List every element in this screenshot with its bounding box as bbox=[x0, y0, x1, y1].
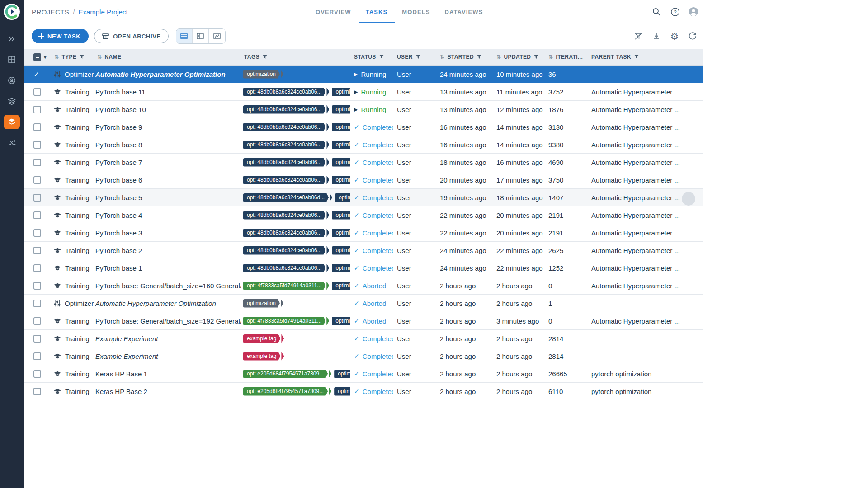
tag[interactable]: opt: e205d684f7954571a7309... bbox=[243, 387, 331, 396]
help-icon[interactable]: ? bbox=[670, 7, 680, 17]
tag[interactable]: opt: 4f7833ca5fd74914a0311... bbox=[243, 317, 329, 325]
breadcrumb-projects[interactable]: PROJECTS bbox=[32, 8, 69, 16]
breadcrumb-current-project[interactable]: Example Project bbox=[78, 8, 127, 16]
task-name-cell[interactable]: PyTorch base: General/batch_size=192 Gen… bbox=[94, 312, 241, 329]
filter-funnel-icon[interactable] bbox=[79, 54, 85, 60]
row-checkbox[interactable] bbox=[33, 229, 41, 237]
row-checkbox[interactable] bbox=[33, 106, 41, 113]
filter-funnel-icon[interactable] bbox=[379, 54, 384, 60]
new-task-button[interactable]: NEW TASK bbox=[32, 29, 89, 43]
select-dropdown-caret[interactable]: ▾ bbox=[44, 54, 47, 60]
table-row[interactable]: TrainingPyTorch base 5opt: 48db0b8a6c824… bbox=[24, 189, 703, 206]
task-name-cell[interactable]: PyTorch base: General/batch_size=160 Gen… bbox=[94, 277, 241, 294]
task-name-cell[interactable]: PyTorch base 10 bbox=[94, 101, 241, 118]
tag[interactable]: optimi... bbox=[334, 387, 350, 396]
tab-overview[interactable]: OVERVIEW bbox=[308, 0, 359, 23]
tag[interactable]: opt: 48db0b8a6c824ce0ab06... bbox=[243, 211, 329, 220]
sort-icon[interactable]: ⇅ bbox=[548, 54, 553, 60]
tab-models[interactable]: MODELS bbox=[395, 0, 437, 23]
row-checkbox[interactable] bbox=[33, 123, 41, 131]
row-checkbox[interactable] bbox=[33, 317, 41, 325]
tag[interactable]: opt: 48db0b8a6c824ce0ab06... bbox=[243, 123, 329, 131]
tag[interactable]: example tag bbox=[243, 352, 284, 361]
open-archive-button[interactable]: OPEN ARCHIVE bbox=[94, 29, 169, 43]
filter-funnel-icon[interactable] bbox=[476, 54, 482, 60]
task-name-cell[interactable]: PyTorch base 1 bbox=[94, 259, 241, 277]
table-row[interactable]: TrainingPyTorch base: General/batch_size… bbox=[24, 312, 703, 330]
row-checkbox[interactable] bbox=[33, 194, 41, 202]
table-row[interactable]: TrainingPyTorch base 10opt: 48db0b8a6c82… bbox=[24, 101, 703, 118]
tag[interactable]: opt: 4f7833ca5fd74914a0311... bbox=[243, 282, 329, 290]
tag[interactable]: optimi... bbox=[332, 211, 350, 220]
row-checkbox[interactable] bbox=[33, 176, 41, 184]
download-icon[interactable] bbox=[651, 31, 661, 41]
settings-gear-icon[interactable]: ⚙ bbox=[670, 31, 679, 41]
task-name-cell[interactable]: PyTorch base 9 bbox=[94, 118, 241, 136]
tab-tasks[interactable]: TASKS bbox=[359, 0, 395, 23]
tag[interactable]: opt: 48db0b8a6c824ce0ab06... bbox=[243, 88, 329, 96]
clearml-logo-icon[interactable] bbox=[3, 3, 20, 20]
tag[interactable]: optimi... bbox=[332, 229, 350, 237]
row-checkbox[interactable] bbox=[33, 141, 41, 149]
sort-icon[interactable]: ⇅ bbox=[440, 54, 444, 60]
row-checkbox[interactable] bbox=[33, 88, 41, 96]
column-header-updated[interactable]: ⇅UPDATED bbox=[493, 54, 545, 60]
floating-scroll-indicator[interactable] bbox=[682, 192, 695, 206]
sort-icon[interactable]: ⇅ bbox=[97, 54, 102, 60]
clear-filters-icon[interactable] bbox=[633, 31, 643, 41]
row-checkbox[interactable] bbox=[33, 335, 41, 343]
auto-refresh-icon[interactable] bbox=[688, 31, 698, 41]
column-header-iterati[interactable]: ⇅ITERATI... bbox=[545, 54, 588, 60]
tag[interactable]: optimi... bbox=[334, 370, 350, 378]
tag[interactable]: optimi... bbox=[332, 158, 350, 167]
tag[interactable]: opt: 48db0b8a6c824ce0ab06... bbox=[243, 229, 329, 237]
column-header-parent-task[interactable]: PARENT TASK bbox=[588, 54, 703, 60]
filter-funnel-icon[interactable] bbox=[415, 54, 421, 60]
table-row[interactable]: TrainingExample Experimentexample tag✓Co… bbox=[24, 330, 703, 347]
filter-funnel-icon[interactable] bbox=[533, 54, 539, 60]
tag[interactable]: opt: 48db0b8a6c824ce0ab06... bbox=[243, 176, 329, 184]
row-checkbox[interactable] bbox=[33, 282, 41, 290]
task-name-cell[interactable]: PyTorch base 5 bbox=[94, 189, 241, 206]
row-checkbox[interactable] bbox=[33, 264, 41, 272]
tag[interactable]: optimi... bbox=[332, 88, 350, 96]
tag[interactable]: optimization bbox=[243, 70, 283, 79]
table-row[interactable]: TrainingPyTorch base: General/batch_size… bbox=[24, 277, 703, 295]
table-row[interactable]: TrainingPyTorch base 6opt: 48db0b8a6c824… bbox=[24, 171, 703, 189]
tag[interactable]: opt: e205d684f7954571a7309... bbox=[243, 370, 331, 378]
task-name-cell[interactable]: PyTorch base 8 bbox=[94, 136, 241, 153]
tag[interactable]: optimi... bbox=[335, 193, 350, 202]
row-checkbox[interactable] bbox=[33, 352, 41, 360]
table-row[interactable]: TrainingKeras HP Base 1opt: e205d684f795… bbox=[24, 365, 703, 383]
table-row[interactable]: TrainingPyTorch base 2opt: 48db0b8a6c824… bbox=[24, 242, 703, 259]
column-header-type[interactable]: ⇅TYPE bbox=[51, 54, 94, 60]
table-row[interactable]: OptimizerAutomatic Hyperparameter Optimi… bbox=[24, 295, 703, 312]
table-row[interactable]: TrainingPyTorch base 9opt: 48db0b8a6c824… bbox=[24, 118, 703, 136]
column-header-started[interactable]: ⇅STARTED bbox=[436, 54, 493, 60]
task-name-cell[interactable]: PyTorch base 4 bbox=[94, 206, 241, 224]
table-row[interactable]: TrainingPyTorch base 8opt: 48db0b8a6c824… bbox=[24, 136, 703, 154]
select-all-checkbox[interactable] bbox=[33, 53, 41, 61]
sidebar-item-getting-started[interactable] bbox=[0, 28, 24, 49]
tag[interactable]: opt: 48db0b8a6c824ce0ab06... bbox=[243, 105, 329, 114]
table-row[interactable]: TrainingKeras HP Base 2opt: e205d684f795… bbox=[24, 383, 703, 400]
tag[interactable]: opt: 48db0b8a6c824ce0ab06... bbox=[243, 246, 329, 255]
sidebar-item-workers[interactable] bbox=[0, 70, 24, 91]
tag[interactable]: opt: 48db0b8a6c824ce0ab06... bbox=[243, 264, 329, 272]
task-name-cell[interactable]: PyTorch base 7 bbox=[94, 154, 241, 171]
selected-check-icon[interactable]: ✓ bbox=[33, 70, 39, 79]
column-header-name[interactable]: ⇅NAME bbox=[94, 54, 241, 60]
sort-icon[interactable]: ⇅ bbox=[54, 54, 59, 60]
table-view-button[interactable] bbox=[176, 29, 193, 43]
task-name-cell[interactable]: PyTorch base 11 bbox=[94, 83, 241, 100]
tag[interactable]: opt: 48db0b8a6c824ce0ab06d... bbox=[243, 193, 332, 202]
avatar[interactable] bbox=[689, 7, 698, 17]
table-row[interactable]: TrainingPyTorch base 11opt: 48db0b8a6c82… bbox=[24, 83, 703, 101]
filter-funnel-icon[interactable] bbox=[262, 54, 268, 60]
table-row[interactable]: TrainingPyTorch base 1opt: 48db0b8a6c824… bbox=[24, 259, 703, 277]
tag[interactable]: opt: 48db0b8a6c824ce0ab06... bbox=[243, 141, 329, 149]
table-row[interactable]: TrainingPyTorch base 3opt: 48db0b8a6c824… bbox=[24, 224, 703, 242]
tab-dataviews[interactable]: DATAVIEWS bbox=[437, 0, 490, 23]
task-name-cell[interactable]: PyTorch base 2 bbox=[94, 242, 241, 259]
row-checkbox[interactable] bbox=[33, 247, 41, 254]
